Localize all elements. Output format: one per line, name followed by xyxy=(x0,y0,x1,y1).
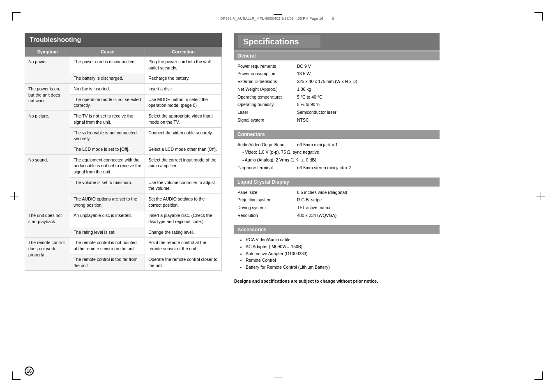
specs-row: Projection systemR.G.B. stripe xyxy=(237,196,436,204)
table-row: No power.The power cord is disconnected.… xyxy=(25,57,222,73)
symptom-cell: No power. xyxy=(25,57,70,84)
correction-cell: Point the remote control at the remote s… xyxy=(145,238,222,254)
specs-value: NTSC xyxy=(297,117,309,124)
corner-mark-br xyxy=(534,371,543,380)
page-number: 16 xyxy=(25,367,34,376)
specs-row: Audio/Video Output/Inputø3.5mm mini jack… xyxy=(237,141,436,149)
cause-cell: The TV is not set to receive the signal … xyxy=(70,111,145,127)
corner-mark-bl xyxy=(12,371,21,380)
specs-row: Earphone terminalø3.5mm stereo mini jack… xyxy=(237,164,436,172)
specs-row: - Video: 1.0 V (p-p), 75 Ω, sync negativ… xyxy=(237,149,436,157)
cause-cell: The remote control is not pointed at the… xyxy=(70,238,145,254)
specs-value: Semiconductor laser xyxy=(297,109,336,116)
troubleshooting-section: Troubleshooting Symptom Cause Correction… xyxy=(25,33,222,285)
header-text: DP382-N_AUSALLR_MFL48000402 3/28/08 4:35… xyxy=(220,16,323,21)
specs-row: LaserSemiconductor laser xyxy=(237,109,436,117)
specs-label: Operating temperature: xyxy=(237,94,297,101)
page-container: DP382-N_AUSALLR_MFL48000402 3/28/08 4:35… xyxy=(0,0,555,392)
specs-connectors-label: Connectors xyxy=(234,130,440,139)
correction-cell: Insert a disc. xyxy=(145,84,222,95)
specs-label: External Dimensions xyxy=(237,78,297,85)
specs-label: Net Weight (Approx.) xyxy=(237,86,297,93)
specs-row: Power requirementsDC 9 V xyxy=(237,62,436,70)
specs-row: Operating humidity5 % to 90 % xyxy=(237,101,436,109)
cause-cell: The power cord is disconnected. xyxy=(70,57,145,73)
specs-sub-label: - Video: 1.0 V (p-p), 75 Ω, sync negativ… xyxy=(237,149,319,156)
symptom-cell: No sound. xyxy=(25,154,70,210)
corner-mark-tl xyxy=(12,12,21,21)
specs-value: 5 °C to 40 °C xyxy=(297,94,322,101)
specs-row: Power consumption13.5 W xyxy=(237,70,436,78)
table-row: The unit does not start playback.An unpl… xyxy=(25,210,222,227)
list-item: Battery for Remote Control (Lithium Batt… xyxy=(246,264,436,271)
specs-general-group: General Power requirementsDC 9 VPower co… xyxy=(234,51,440,127)
cause-cell: The operation mode is not selected corre… xyxy=(70,94,145,111)
correction-cell: Connect the video cable securely. xyxy=(145,127,222,144)
correction-cell: Use MODE button to select the operation … xyxy=(145,94,222,111)
cause-cell: The LCD mode is set to [Off]. xyxy=(70,144,145,154)
correction-cell: Set the AUDIO settings to the correct po… xyxy=(145,194,222,210)
correction-cell: Recharge the battery. xyxy=(145,73,222,84)
specs-row: Operating temperature:5 °C to 40 °C xyxy=(237,93,436,101)
specs-label: Earphone terminal xyxy=(237,165,297,171)
correction-cell: Operate the remote control closer to the… xyxy=(145,254,222,270)
cause-cell: An unplayable disc is inserted. xyxy=(70,210,145,227)
specs-label: Resolution xyxy=(237,212,297,219)
specs-row: External Dimensions225 x 40 x 175 mm (W … xyxy=(237,78,436,86)
specs-accessories-label: Accessories xyxy=(234,225,440,234)
cause-cell: The equipment connected with the audio c… xyxy=(70,154,145,177)
cause-cell: The battery is discharged. xyxy=(70,73,145,84)
specs-label: Projection system xyxy=(237,197,297,203)
specs-accessories-group: Accessories RCA Video/Audio cableAC Adap… xyxy=(234,225,440,273)
specs-lcd-content: Panel size8.5 inches wide (diagonal)Proj… xyxy=(234,187,440,222)
corner-mark-tr xyxy=(534,12,543,21)
troubleshooting-title: Troubleshooting xyxy=(25,33,222,47)
specs-value: DC 9 V xyxy=(297,63,311,70)
specs-label: Signal system xyxy=(237,117,297,124)
table-row: No sound.The equipment connected with th… xyxy=(25,154,222,177)
specs-label: Laser xyxy=(237,109,297,116)
specs-value: ø3.5mm mini jack x 1 xyxy=(297,142,338,148)
list-item: AC Adapter (IM090WU-150B) xyxy=(246,243,436,250)
specs-value: 225 x 40 x 175 mm (W x H x D) xyxy=(297,78,357,85)
correction-cell: Select the correct input mode of the aud… xyxy=(145,154,222,177)
specs-row: Resolution480 x 234 (WQVGA) xyxy=(237,212,436,219)
crosshair-right xyxy=(537,192,545,200)
correction-cell: Use the volume controller to adjust the … xyxy=(145,177,222,194)
crosshair-bottom xyxy=(274,374,282,382)
specs-label: Power requirements xyxy=(237,63,297,70)
correction-cell: Select a LCD mode other than [Off]. xyxy=(145,144,222,154)
specs-label: Driving system xyxy=(237,205,297,211)
troubleshooting-table: Symptom Cause Correction No power.The po… xyxy=(25,47,222,271)
specs-label: Power consumption xyxy=(237,71,297,77)
list-item: RCA Video/Audio cable xyxy=(246,236,436,243)
accessories-list: RCA Video/Audio cableAC Adapter (IM090WU… xyxy=(237,236,436,271)
specs-row: - Audio (Analog): 2 Vrms (1 KHz, 0 dB) xyxy=(237,157,436,164)
specs-general-label: General xyxy=(234,51,440,60)
correction-cell: Plug the power cord into the wall outlet… xyxy=(145,57,222,73)
specifications-title: Specifications xyxy=(238,35,320,48)
cause-cell: The rating level is set. xyxy=(70,227,145,238)
correction-cell: Insert a playable disc. (Check the disc … xyxy=(145,210,222,227)
specs-value: 1.06 kg xyxy=(297,86,311,93)
disclaimer-text: Designs and specifications are subject t… xyxy=(234,278,440,285)
specs-general-content: Power requirementsDC 9 VPower consumptio… xyxy=(234,60,440,127)
symptom-cell: The remote control does not work properl… xyxy=(25,238,70,271)
specifications-section: Specifications General Power requirement… xyxy=(234,33,440,285)
specs-row: Signal systemNTSC xyxy=(237,116,436,124)
header-crosshair: ⊕ xyxy=(332,16,335,21)
cause-cell: The AUDIO options are set to the wrong p… xyxy=(70,194,145,210)
specs-value: TFT active matrix xyxy=(297,205,330,211)
correction-cell: Select the appropriate video input mode … xyxy=(145,111,222,127)
table-row: No picture.The TV is not set to receive … xyxy=(25,111,222,127)
cause-cell: No disc is inserted. xyxy=(70,84,145,95)
specs-connectors-group: Connectors Audio/Video Output/Inputø3.5m… xyxy=(234,130,440,174)
specs-row: Net Weight (Approx.)1.06 kg xyxy=(237,85,436,93)
specs-accessories-content: RCA Video/Audio cableAC Adapter (IM090WU… xyxy=(234,234,440,273)
cause-cell: The video cable is not connected securel… xyxy=(70,127,145,144)
symptom-cell: No picture. xyxy=(25,111,70,154)
cause-cell: The volume is set to minimum. xyxy=(70,177,145,194)
symptom-cell: The unit does not start playback. xyxy=(25,210,70,238)
specs-label: Audio/Video Output/Input xyxy=(237,142,297,148)
col-symptom: Symptom xyxy=(25,47,70,57)
